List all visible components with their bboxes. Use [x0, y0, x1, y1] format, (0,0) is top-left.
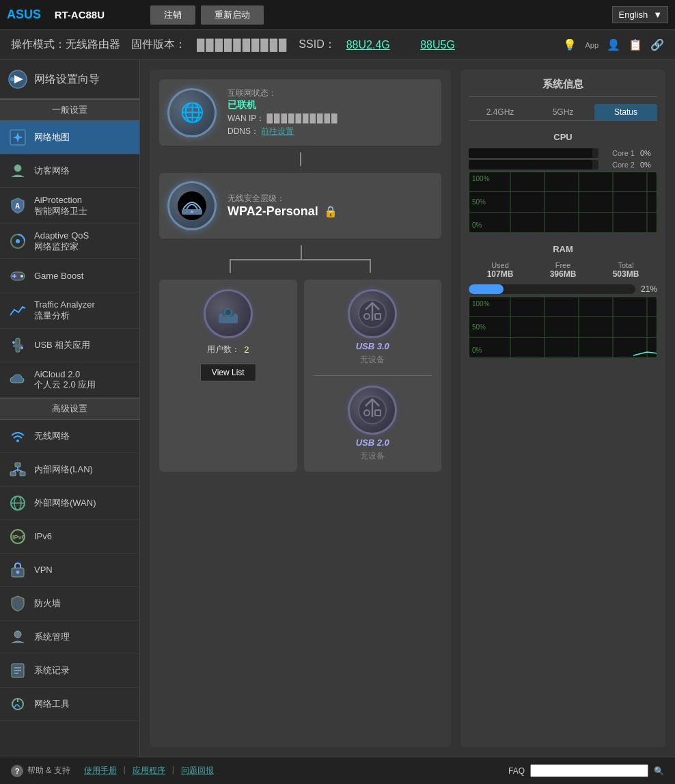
wireless-label: 无线网络: [34, 431, 70, 442]
aiprotection-icon: A: [8, 196, 27, 215]
guest-icon: [8, 161, 27, 180]
tree-line-h: [230, 259, 371, 260]
sidebar-item-vpn[interactable]: VPN: [0, 554, 139, 587]
user-icon[interactable]: 👤: [607, 38, 620, 51]
faq-search-input[interactable]: [530, 764, 648, 777]
sidebar-item-usb[interactable]: USB 相关应用: [0, 329, 139, 362]
ddns-row: DDNS： 前往设置: [228, 126, 433, 137]
ssid2-link[interactable]: 88U5G: [420, 39, 455, 51]
sidebar-item-guest[interactable]: 访客网络: [0, 154, 139, 188]
sysinfo-tabs: 2.4GHz 5GHz Status: [469, 104, 657, 121]
sidebar-item-ipv6[interactable]: IPv6 IPv6: [0, 520, 139, 554]
language-selector[interactable]: English ▼: [612, 6, 668, 23]
footer-links: 使用手册 | 应用程序 | 问题回报: [84, 765, 214, 776]
sidebar-item-wan[interactable]: 外部网络(WAN): [0, 487, 139, 520]
cpu-core2-bar: [469, 160, 592, 170]
sidebar-item-gameboost[interactable]: Game Boost: [0, 259, 139, 293]
cancel-button[interactable]: 注销: [150, 5, 195, 25]
cpu-core1-row: Core 1 0%: [469, 148, 657, 158]
sidebar-item-firewall[interactable]: 防火墙: [0, 587, 139, 621]
syslog-icon: [8, 661, 27, 680]
ssid-label: SSID：: [299, 38, 335, 52]
cpu-core2-label: Core 2: [604, 161, 635, 169]
internet-info: 互联网状态： 已联机 WAN IP： ██████████ DDNS： 前往设置: [228, 87, 433, 137]
internet-icon: 🌐: [167, 88, 217, 137]
subheader: 操作模式：无线路由器 固件版本： ██████████ SSID： 88U2.4…: [0, 30, 675, 60]
svg-line-24: [13, 470, 18, 472]
sidebar-item-wizard[interactable]: 网络设置向导: [0, 60, 139, 99]
reboot-button[interactable]: 重新启动: [201, 5, 264, 25]
svg-point-19: [16, 440, 19, 442]
usb-icon: [8, 336, 27, 355]
section-advanced: 高级设置: [0, 398, 139, 420]
language-label: English: [618, 10, 648, 20]
ram-title: RAM: [469, 240, 657, 258]
split-row: 用户数： 2 View List: [159, 280, 441, 472]
sidebar-item-traffic[interactable]: Traffic Analyzer流量分析: [0, 293, 139, 328]
footer-link-feedback[interactable]: 问题回报: [181, 765, 214, 776]
firmware-version: ██████████: [197, 39, 288, 51]
ssid1-link[interactable]: 88U2.4G: [346, 39, 390, 51]
sidebar-item-wireless[interactable]: 无线网络: [0, 420, 139, 453]
ram-free-col: Free 396MB: [550, 261, 577, 279]
lock-icon: 🔒: [324, 205, 338, 218]
tree-line-left: [230, 259, 231, 273]
dropdown-arrow-icon: ▼: [653, 10, 662, 20]
tab-status[interactable]: Status: [594, 104, 657, 120]
svg-point-42: [191, 211, 193, 213]
sidebar-item-aiprotection[interactable]: A AiProtection智能网络卫士: [0, 188, 139, 224]
lan-label: 内部网络(LAN): [34, 464, 93, 475]
copy-icon[interactable]: 📋: [629, 38, 642, 51]
internet-status-label: 互联网状态：: [228, 87, 433, 99]
svg-point-6: [16, 135, 20, 139]
usb20-icon: [348, 386, 397, 435]
sidebar-item-sysadmin[interactable]: 系统管理: [0, 621, 139, 654]
app-label[interactable]: App: [585, 41, 598, 49]
ram-chart: 100% 50% 0%: [469, 297, 657, 358]
logo-separator: [44, 10, 46, 20]
search-icon[interactable]: 🔍: [654, 766, 664, 776]
svg-point-10: [16, 239, 20, 243]
footer-link-app[interactable]: 应用程序: [133, 765, 165, 776]
view-list-button[interactable]: View List: [200, 364, 256, 381]
sidebar-item-aicloud[interactable]: AiCloud 2.0个人云 2.0 应用: [0, 362, 139, 398]
app-icon[interactable]: 💡: [563, 38, 577, 51]
wan-ip-row: WAN IP： ██████████: [228, 113, 433, 124]
ssid-separator: [404, 39, 407, 51]
subheader-icons: 💡 App 👤 📋 🔗: [563, 38, 664, 51]
tab-5ghz[interactable]: 5GHz: [532, 104, 594, 120]
footer-link-manual[interactable]: 使用手册: [84, 765, 117, 776]
tree-connector: [159, 245, 441, 273]
cpu-core2-pct: 0%: [640, 161, 657, 169]
link-sep-1: |: [124, 765, 126, 776]
logo-text: ASUS: [7, 8, 41, 22]
ddns-link[interactable]: 前往设置: [261, 126, 294, 136]
ram-used-label: Used: [487, 261, 514, 269]
qos-icon: [8, 232, 27, 251]
ram-pct: 21%: [641, 284, 657, 294]
aiprotection-label: AiProtection智能网络卫士: [34, 195, 87, 216]
sidebar-item-nettools[interactable]: 网络工具: [0, 688, 139, 721]
usb30-status: 无设备: [360, 354, 385, 366]
sidebar-item-qos[interactable]: Adaptive QoS网络监控家: [0, 224, 139, 259]
router-icon: [167, 181, 217, 230]
security-label: 无线安全层级：: [228, 193, 433, 204]
wireless-icon: [8, 427, 27, 446]
ram-total-col: Total 503MB: [613, 261, 639, 279]
network-map-icon: [8, 128, 27, 147]
logo-area: ASUS RT-AC88U: [0, 8, 137, 22]
sidebar-item-lan[interactable]: 内部网络(LAN): [0, 453, 139, 487]
network-map-panel: 🌐 互联网状态： 已联机 WAN IP： ██████████ DDNS： 前往…: [150, 70, 451, 747]
ram-used-val: 107MB: [487, 269, 514, 279]
sidebar-item-network-map[interactable]: 网络地图: [0, 121, 139, 154]
share-icon[interactable]: 🔗: [650, 38, 664, 51]
footer-help[interactable]: ? 帮助 & 支持: [11, 765, 70, 777]
lan-icon: [8, 460, 27, 479]
ipv6-label: IPv6: [34, 531, 52, 542]
usb20-label: USB 2.0: [356, 437, 389, 448]
ram-bar-bg: [469, 284, 635, 294]
wan-ip-value: ██████████: [267, 113, 339, 123]
tab-24ghz[interactable]: 2.4GHz: [469, 104, 532, 120]
sidebar-item-syslog[interactable]: 系统记录: [0, 654, 139, 688]
svg-line-25: [18, 470, 23, 472]
